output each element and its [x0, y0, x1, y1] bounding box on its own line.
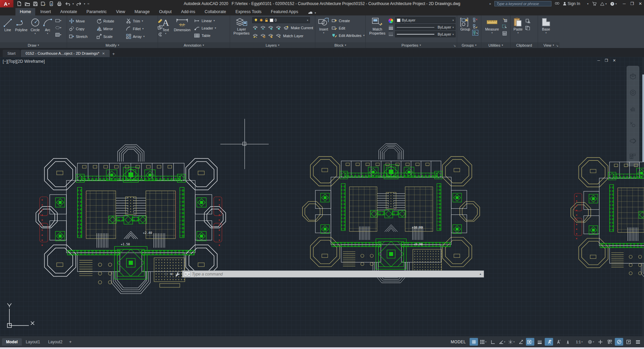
table-button[interactable]: Table	[194, 32, 216, 39]
group-edit-icon[interactable]	[472, 23, 478, 29]
layer-off-icon[interactable]	[268, 25, 274, 31]
pan-hand-icon[interactable]	[629, 105, 637, 112]
floor-plan-drawing[interactable]	[30, 140, 231, 303]
panel-modify-label[interactable]: Modify▾	[67, 42, 158, 48]
new-file-button[interactable]	[16, 1, 22, 6]
tab-layout2[interactable]: Layout2	[44, 338, 66, 346]
copy-clip-icon[interactable]	[525, 25, 531, 31]
drawing-canvas[interactable]: [−][Top][2D Wireframe] ─ ❐ ✕ +2.40 +1.50…	[0, 57, 644, 336]
insert-button[interactable]: Insert▾	[317, 17, 330, 35]
qat-customize-icon[interactable]: ≂	[87, 2, 90, 5]
tab-drawing[interactable]: 0152 - Courthouse A...oject - 2D Drawing…	[21, 50, 109, 57]
command-expand-icon[interactable]: ▲	[479, 272, 482, 276]
move-button[interactable]: Move	[69, 17, 97, 24]
isolate-objects-button[interactable]	[605, 338, 614, 346]
make-current-icon[interactable]	[283, 25, 289, 31]
tab-parametric[interactable]: Parametric	[82, 8, 111, 15]
lineweight-combo[interactable]: ByLayer▾	[395, 31, 455, 37]
panel-block-label[interactable]: Block▾	[315, 42, 365, 48]
tab-insert[interactable]: Insert	[36, 8, 55, 15]
arc-button[interactable]: Arc▾	[42, 17, 53, 35]
annotation-autoscale-toggle[interactable]	[554, 338, 562, 346]
panel-utilities-label[interactable]: Utilities▾	[481, 42, 510, 48]
lineweight-toggle[interactable]	[535, 338, 544, 346]
annotation-scale-icon[interactable]	[564, 338, 572, 346]
grid-toggle[interactable]	[470, 338, 478, 346]
command-close-icon[interactable]: ✕	[170, 272, 173, 277]
view-launcher-icon[interactable]: ↘	[556, 44, 558, 47]
customization-button[interactable]	[596, 338, 604, 346]
floor-plan-level2[interactable]: +10.80 +9.90	[297, 139, 485, 292]
panel-groups-label[interactable]: Groups▾	[457, 42, 481, 48]
lineweight-list-icon[interactable]	[388, 24, 394, 30]
object-color-combo[interactable]: ByLayer▾	[395, 17, 455, 23]
linetype-combo[interactable]: ByLayer▾	[395, 24, 455, 30]
line-button[interactable]: Line	[2, 17, 13, 35]
object-snap-tracking-toggle[interactable]	[517, 338, 525, 346]
floor-plan-drawing[interactable]	[566, 140, 644, 293]
color-wheel-icon[interactable]	[388, 18, 394, 23]
floor-plan-level1[interactable]: +2.40 +1.50	[30, 140, 231, 303]
command-wrench-icon[interactable]	[175, 272, 180, 277]
linear-dimension-button[interactable]: Linear▾	[194, 17, 216, 24]
annotation-scale-value[interactable]: 1:1▾	[573, 338, 586, 346]
linetype-list-icon[interactable]	[388, 31, 394, 37]
panel-properties-label[interactable]: Properties▾	[366, 42, 457, 48]
drawing-tab-close-icon[interactable]: ✕	[102, 52, 105, 55]
match-layer-icon[interactable]	[275, 33, 281, 39]
ungroup-icon[interactable]	[472, 17, 478, 23]
match-properties-button[interactable]: Match Properties	[368, 17, 387, 36]
workspace-switching-button[interactable]: ▾	[587, 338, 595, 346]
snap-toggle[interactable]: ▾	[479, 338, 487, 346]
save-button[interactable]	[32, 1, 38, 6]
viewcube-icon[interactable]	[629, 73, 637, 80]
tab-home[interactable]: Home	[15, 8, 35, 15]
floor-plan-drawing[interactable]	[297, 139, 485, 292]
command-input[interactable]	[192, 272, 478, 277]
layer-select-combo[interactable]: 0 ▾	[252, 17, 310, 23]
tab-output[interactable]: Output	[155, 8, 176, 15]
copy-button[interactable]: Copy	[69, 25, 97, 32]
paste-button[interactable]: Paste▾	[513, 17, 524, 35]
tab-manage[interactable]: Manage	[130, 8, 154, 15]
panel-clipboard-label[interactable]: Clipboard	[511, 42, 538, 48]
tab-start[interactable]: Start	[3, 50, 20, 57]
search-icon[interactable]	[555, 2, 559, 6]
command-prompt-icon[interactable]: >_▾	[184, 271, 191, 277]
rectangle-tool-button[interactable]: ▾	[55, 18, 61, 23]
layer-properties-button[interactable]: Layer Properties	[232, 17, 251, 36]
command-line-bar[interactable]: >_▾ ▲	[182, 270, 484, 278]
base-button[interactable]: Base▾	[540, 17, 552, 35]
layer-freeze-icon[interactable]	[260, 25, 266, 31]
help-icon[interactable]: ?▾	[610, 2, 617, 6]
quick-calc-icon[interactable]	[501, 31, 507, 36]
rotate-button[interactable]: Rotate	[97, 17, 126, 24]
properties-launcher-icon[interactable]: ↘	[453, 44, 456, 47]
viewport-close-button[interactable]: ✕	[613, 58, 616, 63]
tab-collaborate[interactable]: Collaborate	[200, 8, 230, 15]
leader-button[interactable]: Leader▾	[194, 24, 216, 32]
group-button[interactable]: Group	[459, 17, 471, 32]
new-layout-button[interactable]: +	[66, 339, 74, 344]
hatch-tool-button[interactable]: ▾	[55, 32, 61, 38]
tab-add-ins[interactable]: Add-ins	[177, 8, 200, 15]
status-menu-button[interactable]	[634, 338, 642, 346]
polar-tracking-toggle[interactable]: ▾	[498, 338, 506, 346]
redo-button[interactable]	[76, 1, 82, 6]
panel-layers-label[interactable]: Layers▾	[230, 42, 315, 48]
undo-button[interactable]	[64, 1, 70, 6]
layer-isolate-icon[interactable]	[252, 25, 258, 31]
viewport-minimize-button[interactable]: ─	[597, 58, 600, 63]
new-drawing-tab-button[interactable]: +	[110, 50, 117, 57]
ortho-toggle[interactable]	[488, 338, 497, 346]
dimension-button[interactable]: Dimension	[171, 17, 193, 32]
plot-button[interactable]	[56, 1, 62, 6]
navigation-wheel-icon[interactable]	[629, 89, 637, 96]
layer-lock-icon[interactable]	[275, 25, 281, 31]
sign-in-menu[interactable]: Sign In▾	[563, 1, 588, 6]
close-button[interactable]: ✕	[639, 1, 642, 6]
open-from-web-button[interactable]	[48, 1, 54, 6]
array-button[interactable]: Array▾	[126, 33, 156, 40]
tab-layout1[interactable]: Layout1	[22, 338, 44, 346]
block-create-button[interactable]: Create	[332, 17, 365, 24]
